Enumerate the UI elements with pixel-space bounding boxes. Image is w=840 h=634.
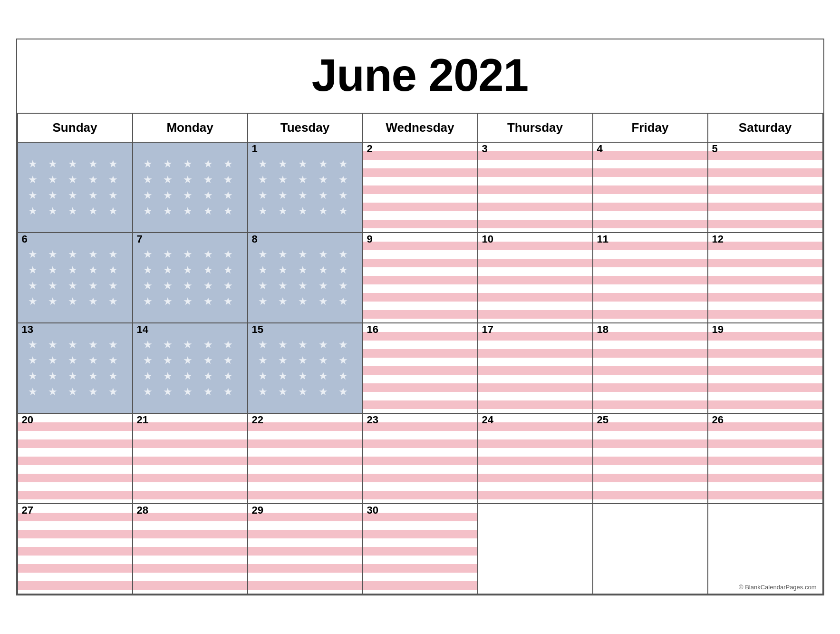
- day-cell-last: © BlankCalendarPages.com: [708, 504, 823, 595]
- day-cell: 18: [593, 323, 708, 414]
- day-cell: 22: [248, 414, 363, 504]
- day-cell: 16: [363, 323, 478, 414]
- day-cell: 17: [478, 323, 593, 414]
- day-cell: 27: [18, 504, 133, 595]
- day-cell: 30: [363, 504, 478, 595]
- day-cell: 14: [133, 323, 248, 414]
- header-tuesday: Tuesday: [248, 114, 363, 143]
- day-cell: 10: [478, 233, 593, 323]
- day-cell: 23: [363, 414, 478, 504]
- calendar-container: June 2021 Sunday Monday Tuesday Wednesda…: [16, 39, 824, 595]
- day-cell: 7: [133, 233, 248, 323]
- header-friday: Friday: [593, 114, 708, 143]
- day-cell: 20: [18, 414, 133, 504]
- day-cell: [133, 143, 248, 233]
- day-cell: 12: [708, 233, 823, 323]
- header-wednesday: Wednesday: [363, 114, 478, 143]
- calendar-grid: Sunday Monday Tuesday Wednesday Thursday…: [17, 114, 823, 595]
- day-cell: 3: [478, 143, 593, 233]
- day-cell: 6: [18, 233, 133, 323]
- header-monday: Monday: [133, 114, 248, 143]
- day-cell: 21: [133, 414, 248, 504]
- day-cell: 25: [593, 414, 708, 504]
- day-cell: 19: [708, 323, 823, 414]
- day-cell: 26: [708, 414, 823, 504]
- day-cell: 29: [248, 504, 363, 595]
- day-cell: [18, 143, 133, 233]
- copyright-text: © BlankCalendarPages.com: [735, 582, 821, 592]
- day-cell: 1: [248, 143, 363, 233]
- day-cell: [593, 504, 708, 595]
- day-cell: 15: [248, 323, 363, 414]
- day-cell: 28: [133, 504, 248, 595]
- day-cell: 13: [18, 323, 133, 414]
- header-sunday: Sunday: [18, 114, 133, 143]
- day-cell: 2: [363, 143, 478, 233]
- day-cell: 9: [363, 233, 478, 323]
- header-thursday: Thursday: [478, 114, 593, 143]
- day-cell: 24: [478, 414, 593, 504]
- day-cell: 8: [248, 233, 363, 323]
- header-saturday: Saturday: [708, 114, 823, 143]
- day-cell: 11: [593, 233, 708, 323]
- day-cell: [478, 504, 593, 595]
- calendar-title: June 2021: [17, 39, 823, 114]
- day-cell: 4: [593, 143, 708, 233]
- day-cell: 5: [708, 143, 823, 233]
